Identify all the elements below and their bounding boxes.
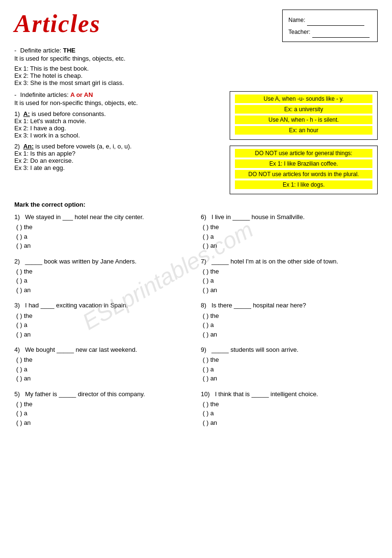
right-info-boxes: Use A, when -u- sounds like - y. Ex: a u… bbox=[230, 91, 378, 194]
q5-text: 5) My father is _____ director of this c… bbox=[14, 390, 191, 399]
question-1: 1) We stayed in ___ hotel near the city … bbox=[14, 213, 191, 251]
q4-opt2: ( ) a bbox=[16, 365, 191, 374]
q10-opt3: ( ) an bbox=[203, 418, 378, 428]
q6-opt1: ( ) the bbox=[203, 222, 378, 232]
q3-opt2: ( ) a bbox=[16, 320, 191, 330]
consonants-section: 1) A: is used before consonants. Ex 1: L… bbox=[14, 110, 225, 139]
question-10: 10) I think that is _____ intelligent ch… bbox=[201, 390, 378, 428]
vowels-label: An: bbox=[23, 143, 34, 150]
question-6: 6) I live in _____ house in Smallville. … bbox=[201, 213, 378, 251]
consonants-ex2: Ex 2: I have a dog. bbox=[14, 125, 225, 132]
use-a-line2: Ex: a university bbox=[235, 105, 372, 114]
q2-opt2: ( ) a bbox=[16, 276, 191, 285]
q10-opt2: ( ) a bbox=[203, 409, 378, 418]
vowels-header: 2) An: is used before vowels (a, e, i, o… bbox=[14, 143, 225, 150]
q9-text: 9) _____ students will soon arrive. bbox=[201, 346, 378, 354]
header: Articles Name: Teacher: bbox=[14, 10, 378, 42]
q9-opt1: ( ) the bbox=[203, 355, 378, 365]
q8-opt3: ( ) an bbox=[203, 330, 378, 339]
indefinite-label: Indefinite articles: A or AN bbox=[20, 91, 93, 98]
indefinite-description: It is used for non-specific things, obje… bbox=[14, 99, 225, 106]
q6-text: 6) I live in _____ house in Smallville. bbox=[201, 213, 378, 221]
a-or-an: A or AN bbox=[70, 91, 93, 98]
q3-opt1: ( ) the bbox=[16, 311, 191, 321]
vowels-ex3: Ex 3: I ate an egg. bbox=[14, 164, 225, 171]
q2-opt1: ( ) the bbox=[16, 267, 191, 276]
use-an-line3: Use AN, when - h - is silent. bbox=[235, 116, 372, 124]
vowels-section: 2) An: is used before vowels (a, e, i, o… bbox=[14, 143, 225, 171]
name-label: Name: bbox=[288, 14, 305, 26]
dash2: - bbox=[14, 91, 16, 98]
question-5: 5) My father is _____ director of this c… bbox=[14, 390, 191, 428]
q8-opt2: ( ) a bbox=[203, 320, 378, 330]
q3-text: 3) I had ____ exciting vacation in Spain… bbox=[14, 301, 191, 310]
consonants-label: A: bbox=[23, 110, 30, 117]
question-2: 2) _____ book was written by Jane Anders… bbox=[14, 257, 191, 295]
q6-opt3: ( ) an bbox=[203, 241, 378, 251]
q9-opt2: ( ) a bbox=[203, 365, 378, 374]
name-line: Name: bbox=[288, 14, 371, 26]
donot-line4: Ex 1: I like dogs. bbox=[235, 180, 372, 189]
consonants-ex1: Ex 1: Let's watch a movie. bbox=[14, 117, 225, 125]
q2-opt3: ( ) an bbox=[16, 285, 191, 295]
dash1: - bbox=[14, 47, 16, 54]
question-4: 4) We bought _____ new car last weekend.… bbox=[14, 346, 191, 383]
teacher-line: Teacher: bbox=[288, 26, 371, 38]
teacher-field bbox=[312, 26, 370, 38]
mark-heading: Mark the correct option: bbox=[14, 201, 378, 208]
q5-opt2: ( ) a bbox=[16, 409, 191, 418]
q10-text: 10) I think that is _____ intelligent ch… bbox=[201, 390, 378, 399]
definite-label: Definite article: THE bbox=[20, 47, 75, 54]
exercises-section: Mark the correct option: 1) We stayed in… bbox=[14, 201, 378, 434]
vowels-ex1: Ex 1: Is this an apple? bbox=[14, 150, 225, 157]
definite-section: - Definite article: THE It is used for s… bbox=[14, 47, 378, 86]
q8-opt1: ( ) the bbox=[203, 311, 378, 321]
q5-opt1: ( ) the bbox=[16, 400, 191, 409]
do-not-box: DO NOT use article for general things: E… bbox=[230, 146, 378, 194]
questions-grid: 1) We stayed in ___ hotel near the city … bbox=[14, 213, 378, 434]
definite-ex1: Ex 1: This is the best book. bbox=[14, 65, 378, 72]
q2-text: 2) _____ book was written by Jane Anders… bbox=[14, 257, 191, 266]
q3-opt3: ( ) an bbox=[16, 330, 191, 339]
indefinite-section: - Indefinite articles: A or AN It is use… bbox=[14, 91, 378, 194]
consonants-ex3: Ex 3: I work in a school. bbox=[14, 132, 225, 139]
definite-description: It is used for specific things, objects,… bbox=[14, 55, 378, 62]
name-field bbox=[307, 14, 364, 26]
teacher-label: Teacher: bbox=[288, 26, 310, 38]
q4-opt1: ( ) the bbox=[16, 355, 191, 365]
q1-opt2: ( ) a bbox=[16, 232, 191, 242]
indefinite-header: - Indefinite articles: A or AN bbox=[14, 91, 225, 98]
consonants-header: 1) A: is used before consonants. bbox=[14, 110, 225, 117]
q8-text: 8) Is there _____ hospital near here? bbox=[201, 301, 378, 310]
page-title: Articles bbox=[14, 10, 101, 38]
q7-opt1: ( ) the bbox=[203, 267, 378, 276]
q4-opt3: ( ) an bbox=[16, 374, 191, 383]
q7-text: 7) _____ hotel I'm at is on the other si… bbox=[201, 257, 378, 266]
use-a-box: Use A, when -u- sounds like - y. Ex: a u… bbox=[230, 91, 378, 140]
definite-ex3: Ex 3: She is the most smart girl is clas… bbox=[14, 79, 378, 86]
q1-opt1: ( ) the bbox=[16, 222, 191, 232]
q1-opt3: ( ) an bbox=[16, 241, 191, 251]
question-3: 3) I had ____ exciting vacation in Spain… bbox=[14, 301, 191, 339]
q6-opt2: ( ) a bbox=[203, 232, 378, 242]
q9-opt3: ( ) an bbox=[203, 374, 378, 383]
donot-line1: DO NOT use article for general things: bbox=[235, 149, 372, 158]
name-teacher-box: Name: Teacher: bbox=[282, 10, 378, 42]
definite-examples: Ex 1: This is the best book. Ex 2: The h… bbox=[14, 65, 378, 86]
q7-opt2: ( ) a bbox=[203, 276, 378, 285]
q4-text: 4) We bought _____ new car last weekend. bbox=[14, 346, 191, 354]
definite-header: - Definite article: THE bbox=[14, 47, 378, 54]
definite-ex2: Ex 2: The hotel is cheap. bbox=[14, 72, 378, 79]
use-an-line4: Ex: an hour bbox=[235, 126, 372, 135]
q5-opt3: ( ) an bbox=[16, 418, 191, 428]
use-a-line1: Use A, when -u- sounds like - y. bbox=[235, 95, 372, 103]
q1-text: 1) We stayed in ___ hotel near the city … bbox=[14, 213, 191, 221]
the-article: THE bbox=[63, 47, 75, 54]
donot-line2: Ex 1: I like Brazilian coffee. bbox=[235, 159, 372, 168]
donot-line3: DO NOT use articles for words in the plu… bbox=[235, 170, 372, 179]
question-9: 9) _____ students will soon arrive. ( ) … bbox=[201, 346, 378, 383]
indefinite-left: - Indefinite articles: A or AN It is use… bbox=[14, 91, 225, 194]
question-7: 7) _____ hotel I'm at is on the other si… bbox=[201, 257, 378, 295]
vowels-ex2: Ex 2: Do an exercise. bbox=[14, 157, 225, 164]
q7-opt3: ( ) an bbox=[203, 285, 378, 295]
